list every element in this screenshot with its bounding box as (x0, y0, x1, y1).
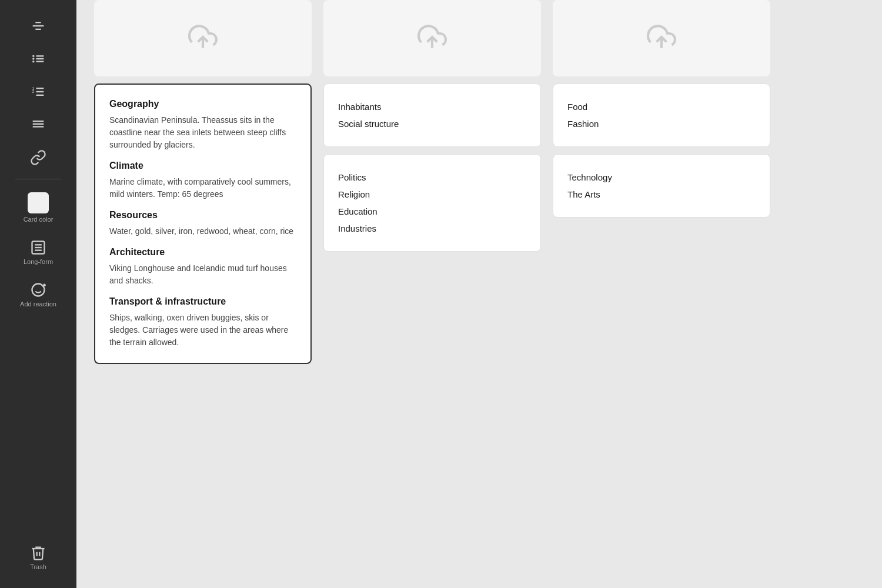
inhabitants-item[interactable]: Inhabitants (338, 98, 526, 115)
education-item[interactable]: Education (338, 203, 526, 220)
social-structure-item[interactable]: Social structure (338, 115, 526, 132)
divider (15, 179, 61, 179)
politics-card: Politics Religion Education Industries (323, 154, 541, 252)
geography-heading: Geography (109, 99, 296, 109)
transport-heading: Transport & infrastructure (109, 296, 296, 307)
svg-point-4 (32, 58, 35, 60)
bullet-list-icon[interactable] (12, 45, 64, 73)
strikethrough-icon[interactable] (12, 12, 64, 40)
politics-item[interactable]: Politics (338, 169, 526, 186)
trash-button[interactable]: Trash (12, 539, 64, 576)
trash-label: Trash (30, 563, 46, 570)
geography-card[interactable]: Geography Scandinavian Peninsula. Theass… (94, 83, 312, 364)
sidebar: 1 2 Card color Lon (0, 0, 76, 588)
card-column-1: Geography Scandinavian Peninsula. Theass… (94, 0, 312, 364)
climate-text: Marine climate, with comparatively cool … (109, 176, 296, 201)
fashion-item[interactable]: Fashion (567, 115, 756, 132)
food-item[interactable]: Food (567, 98, 756, 115)
long-form-button[interactable]: Long-form (12, 233, 64, 271)
resources-text: Water, gold, silver, iron, redwood, whea… (109, 225, 296, 238)
link-icon[interactable] (12, 143, 64, 172)
transport-text: Ships, walking, oxen driven buggies, ski… (109, 312, 296, 349)
architecture-text: Viking Longhouse and Icelandic mud turf … (109, 262, 296, 287)
card-column-2: Inhabitants Social structure Politics Re… (323, 0, 541, 252)
card-color-button[interactable]: Card color (12, 186, 64, 229)
upload-area-2[interactable] (323, 0, 541, 76)
long-form-label: Long-form (24, 258, 53, 265)
card-color-preview (28, 192, 49, 213)
climate-heading: Climate (109, 161, 296, 171)
upload-area-3[interactable] (553, 0, 770, 76)
geography-text: Scandinavian Peninsula. Theassus sits in… (109, 114, 296, 151)
svg-text:2: 2 (32, 89, 35, 93)
align-icon[interactable] (12, 111, 64, 139)
upload-icon-2 (417, 22, 447, 54)
card-color-label: Card color (24, 216, 54, 223)
architecture-heading: Architecture (109, 247, 296, 258)
upload-area-1[interactable] (94, 0, 312, 76)
technology-item[interactable]: Technology (567, 169, 756, 186)
religion-item[interactable]: Religion (338, 186, 526, 203)
upload-icon-3 (647, 22, 676, 54)
resources-heading: Resources (109, 210, 296, 220)
ordered-list-icon[interactable]: 1 2 (12, 78, 64, 106)
card-column-3: Food Fashion Technology The Arts (553, 0, 770, 218)
industries-item[interactable]: Industries (338, 220, 526, 237)
upload-icon-1 (188, 22, 218, 54)
inhabitants-card: Inhabitants Social structure (323, 83, 541, 147)
add-reaction-button[interactable]: Add reaction (12, 276, 64, 313)
cards-container: Geography Scandinavian Peninsula. Theass… (94, 0, 770, 364)
technology-card: Technology The Arts (553, 154, 770, 218)
arts-item[interactable]: The Arts (567, 186, 756, 203)
main-content: Geography Scandinavian Peninsula. Theass… (76, 0, 882, 588)
food-card: Food Fashion (553, 83, 770, 147)
svg-point-5 (32, 61, 35, 63)
svg-point-21 (32, 284, 45, 296)
sidebar-bottom: Trash (12, 539, 64, 576)
svg-point-3 (32, 55, 35, 58)
add-reaction-label: Add reaction (20, 300, 56, 308)
